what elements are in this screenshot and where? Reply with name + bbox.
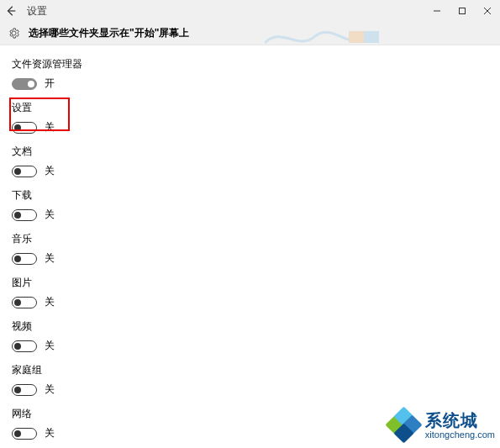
window-title: 设置 — [27, 4, 47, 18]
toggle-settings[interactable] — [12, 122, 37, 134]
svg-rect-2 — [460, 8, 466, 14]
option-label: 图片 — [12, 276, 500, 290]
gear-icon — [7, 27, 20, 40]
minimize-icon — [433, 7, 441, 15]
option-documents: 文档关 — [12, 145, 500, 178]
maximize-button[interactable] — [450, 0, 475, 22]
option-label: 家庭组 — [12, 363, 500, 377]
option-toggle-row: 关 — [12, 208, 500, 222]
option-pictures: 图片关 — [12, 276, 500, 309]
toggle-downloads[interactable] — [12, 209, 37, 221]
toggle-state-label: 关 — [45, 426, 55, 440]
close-icon — [483, 7, 492, 15]
option-toggle-row: 关 — [12, 295, 500, 309]
svg-rect-6 — [364, 31, 379, 43]
option-label: 设置 — [12, 101, 500, 115]
watermark-brand: 系统城 — [425, 411, 495, 430]
toggle-state-label: 关 — [45, 164, 55, 178]
option-label: 音乐 — [12, 232, 500, 246]
option-toggle-row: 关 — [12, 339, 500, 353]
back-button[interactable] — [0, 0, 22, 22]
option-toggle-row: 关 — [12, 164, 500, 178]
svg-rect-5 — [349, 31, 364, 43]
option-toggle-row: 开 — [12, 76, 500, 91]
watermark-url: xitongcheng.com — [425, 430, 495, 440]
toggle-videos[interactable] — [12, 340, 37, 352]
close-button[interactable] — [475, 0, 500, 22]
option-label: 视频 — [12, 319, 500, 334]
watermark: 系统城 xitongcheng.com — [385, 408, 495, 443]
option-toggle-row: 关 — [12, 120, 500, 134]
toggle-music[interactable] — [12, 253, 37, 265]
option-music: 音乐关 — [12, 232, 500, 266]
toggle-state-label: 关 — [45, 382, 55, 397]
option-label: 下载 — [12, 188, 500, 203]
option-homegroup: 家庭组关 — [12, 363, 500, 397]
option-label: 文件资源管理器 — [12, 57, 500, 71]
toggle-state-label: 开 — [45, 76, 55, 91]
toggle-state-label: 关 — [45, 208, 55, 222]
toggle-pictures[interactable] — [12, 297, 37, 308]
folder-toggle-list: 文件资源管理器开设置关文档关下载关音乐关图片关视频关家庭组关网络关个人文件夹关 — [0, 45, 500, 448]
toggle-state-label: 关 — [45, 120, 55, 134]
titlebar: 设置 — [0, 0, 500, 22]
watermark-logo-icon — [385, 408, 420, 443]
background-art — [265, 26, 399, 45]
option-downloads: 下载关 — [12, 188, 500, 222]
window-controls — [424, 0, 500, 22]
page-title: 选择哪些文件夹显示在"开始"屏幕上 — [29, 26, 189, 40]
option-videos: 视频关 — [12, 319, 500, 353]
option-settings: 设置关 — [12, 101, 500, 134]
option-toggle-row: 关 — [12, 382, 500, 397]
toggle-homegroup[interactable] — [12, 384, 37, 396]
minimize-button[interactable] — [424, 0, 450, 22]
maximize-icon — [458, 7, 466, 15]
toggle-network[interactable] — [12, 428, 37, 440]
option-file-explorer: 文件资源管理器开 — [12, 57, 500, 91]
toggle-state-label: 关 — [45, 339, 55, 353]
toggle-documents[interactable] — [12, 166, 37, 177]
toggle-state-label: 关 — [45, 295, 55, 309]
option-toggle-row: 关 — [12, 251, 500, 266]
toggle-file-explorer[interactable] — [12, 78, 37, 90]
toggle-state-label: 关 — [45, 251, 55, 266]
page-subheader: 选择哪些文件夹显示在"开始"屏幕上 — [0, 22, 500, 45]
arrow-left-icon — [5, 5, 17, 17]
option-label: 文档 — [12, 145, 500, 159]
